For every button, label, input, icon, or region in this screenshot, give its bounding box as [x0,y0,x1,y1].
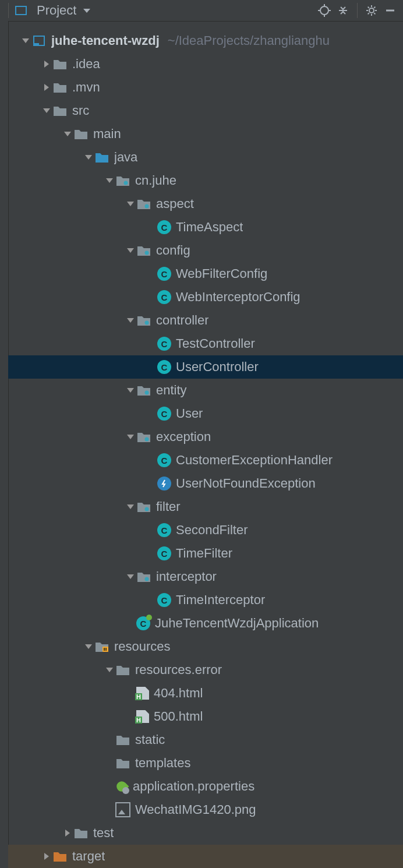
class-icon: C [157,407,171,421]
folder-mvn[interactable]: .mvn [8,76,403,99]
file-500[interactable]: H500.html [8,705,403,728]
exception-icon [157,477,171,491]
expand-arrow-icon[interactable] [83,155,94,160]
class-webinterceptorconfig[interactable]: CWebInterceptorConfig [8,285,403,309]
folder-icon [73,825,89,841]
html-file-icon: H [136,687,149,700]
package-icon [136,499,151,514]
package-icon [136,243,151,258]
package-filter[interactable]: filter [8,495,403,518]
svg-point-26 [145,577,149,581]
file-404[interactable]: H404.html [8,682,403,705]
project-root[interactable]: juhe-tencent-wzdj~/IdeaProjects/zhanglia… [8,29,403,52]
svg-line-15 [374,7,375,8]
project-tree[interactable]: juhe-tencent-wzdj~/IdeaProjects/zhanglia… [8,21,403,868]
class-webfilterconfig[interactable]: CWebFilterConfig [8,262,403,285]
hide-icon[interactable] [381,1,400,20]
folder-icon [52,80,68,95]
svg-point-24 [145,437,149,442]
gear-icon[interactable] [362,1,381,20]
package-interceptor[interactable]: interceptor [8,565,403,588]
collapse-arrow-icon[interactable] [62,830,73,837]
expand-arrow-icon[interactable] [125,202,136,206]
folder-resources-error[interactable]: resources.error [8,658,403,682]
tool-window-tab[interactable] [0,21,9,868]
package-exception[interactable]: exception [8,425,403,449]
collapse-arrow-icon[interactable] [41,853,52,860]
file-properties[interactable]: application.properties [8,775,403,798]
class-customerexceptionhandler[interactable]: CCustomerExceptionHandler [8,449,403,472]
class-timeinterceptor[interactable]: CTimeInterceptor [8,588,403,612]
expand-arrow-icon[interactable] [62,132,73,136]
class-usernotfoundexception[interactable]: UserNotFoundException [8,472,403,495]
folder-test[interactable]: test [8,821,403,845]
toolbar-separator [8,3,9,18]
svg-rect-18 [34,43,39,45]
expand-arrow-icon[interactable] [125,574,136,579]
package-entity[interactable]: entity [8,379,403,402]
class-secondfilter[interactable]: CSecondFilter [8,518,403,542]
folder-icon [52,57,68,72]
folder-main[interactable]: main [8,122,403,146]
tree-item-label: resources [114,639,171,654]
folder-static[interactable]: static [8,728,403,751]
expand-arrow-icon[interactable] [104,668,115,672]
folder-icon [73,126,89,142]
tree-item-label: SecondFilter [176,523,248,538]
tree-item-label: WebInterceptorConfig [176,290,301,305]
expand-arrow-icon[interactable] [83,644,94,649]
class-timefilter[interactable]: CTimeFilter [8,542,403,565]
class-icon: C [157,523,171,537]
tree-item-label: interceptor [156,569,217,584]
expand-arrow-icon[interactable] [125,248,136,253]
class-timeaspect[interactable]: CTimeAspect [8,216,403,239]
folder-resources[interactable]: resources [8,635,403,658]
folder-icon [52,849,68,864]
expand-arrow-icon[interactable] [41,108,52,113]
expand-arrow-icon[interactable] [104,178,115,183]
tree-item-label: filter [156,499,181,514]
folder-java[interactable]: java [8,146,403,169]
dropdown-arrow-icon [83,9,90,13]
tree-item-label: cn.juhe [135,173,176,188]
tree-item-label: main [93,126,121,142]
class-user[interactable]: CUser [8,402,403,425]
package-icon [136,383,151,398]
package-icon [115,173,130,188]
collapse-all-icon[interactable] [334,1,352,20]
tree-item-label: TimeFilter [176,546,232,561]
svg-point-1 [320,6,328,15]
class-usercontroller[interactable]: CUserController [8,355,403,379]
package-icon [136,196,151,211]
class-application[interactable]: CJuheTencentWzdjApplication [8,612,403,635]
package-icon [136,569,151,584]
file-image[interactable]: WechatIMG1420.png [8,798,403,821]
tree-item-label: 404.html [154,686,203,701]
package-config[interactable]: config [8,239,403,262]
tree-item-label: test [93,825,114,841]
class-icon: C [157,593,171,607]
folder-templates[interactable]: templates [8,751,403,775]
expand-arrow-icon[interactable] [125,435,136,439]
package-controller[interactable]: controller [8,309,403,332]
folder-idea[interactable]: .idea [8,52,403,76]
expand-arrow-icon[interactable] [125,504,136,509]
tree-item-label: .idea [72,57,100,72]
expand-arrow-icon[interactable] [125,318,136,323]
tree-item-path: ~/IdeaProjects/zhanglianghu [168,33,330,48]
locate-icon[interactable] [315,1,334,20]
collapse-arrow-icon[interactable] [41,61,52,68]
folder-src[interactable]: src [8,99,403,122]
package-cnjuhe[interactable]: cn.juhe [8,169,403,192]
collapse-arrow-icon[interactable] [41,84,52,91]
project-view-icon [13,3,29,18]
package-aspect[interactable]: aspect [8,192,403,216]
class-testcontroller[interactable]: CTestController [8,332,403,355]
expand-arrow-icon[interactable] [20,38,31,43]
tree-item-label: TimeInterceptor [176,592,265,608]
folder-target[interactable]: target [8,845,403,868]
module-icon [31,33,47,48]
expand-arrow-icon[interactable] [125,388,136,393]
folder-icon [115,732,130,747]
view-selector[interactable]: Project [13,3,90,18]
